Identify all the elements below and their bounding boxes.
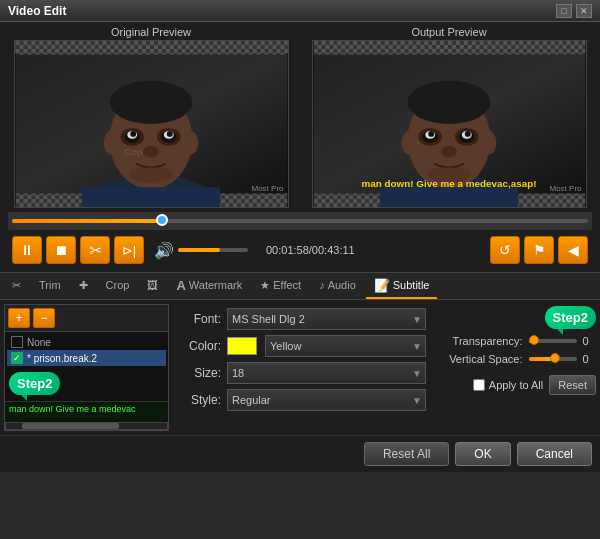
step2-list-badge: Step2	[9, 372, 60, 395]
subtitle-scrollthumb[interactable]	[22, 423, 119, 429]
window-controls: □ ✕	[556, 4, 592, 18]
subtitle-preview-strip: man down! Give me a medevac	[5, 401, 168, 421]
stop-button[interactable]: ⏹	[46, 236, 76, 264]
svg-rect-25	[81, 187, 219, 207]
vertical-space-slider[interactable]	[529, 357, 577, 361]
step2-list-area: Step2	[5, 368, 168, 399]
tab-effect[interactable]: ★ Effect	[252, 275, 309, 298]
output-video: man down! Give me a medevac,asap! Most P…	[312, 40, 587, 208]
main-content: Original Preview	[0, 22, 600, 272]
svg-text:man down! Give me a medevac,as: man down! Give me a medevac,asap!	[361, 178, 536, 189]
original-watermark: Most Pro	[251, 184, 283, 193]
trim-label: Trim	[39, 279, 61, 291]
color-select[interactable]: Yellow	[265, 335, 426, 357]
window-title: Video Edit	[8, 4, 66, 18]
vertical-space-row: Vertical Space: 0	[436, 353, 596, 365]
preview-row: Original Preview	[4, 26, 596, 208]
subtitle-prison-label: * prison.break.2	[27, 353, 97, 364]
subtitle-scrollbar[interactable]	[5, 422, 168, 430]
subtitle-none-label: None	[27, 337, 51, 348]
font-row: Font: MS Shell Dlg 2 ▼	[179, 308, 426, 330]
output-preview-label: Output Preview	[411, 26, 486, 38]
svg-point-51	[464, 131, 470, 137]
svg-point-19	[143, 146, 159, 158]
svg-point-14	[182, 131, 198, 155]
cut-icon: ✂	[12, 279, 21, 292]
svg-point-20	[129, 166, 172, 182]
reset-button[interactable]: Reset	[549, 375, 596, 395]
apply-to-all-checkbox[interactable]	[473, 379, 485, 391]
watermark-a-icon: A	[176, 278, 185, 293]
vertical-space-thumb[interactable]	[550, 353, 560, 363]
vertical-space-fill	[529, 357, 553, 361]
subtitle-item-prison-break[interactable]: ✓ * prison.break.2	[7, 350, 166, 366]
ok-button[interactable]: OK	[455, 442, 510, 466]
back-button[interactable]: ◀	[558, 236, 588, 264]
timeline[interactable]	[8, 212, 592, 230]
transparency-value: 0	[583, 335, 596, 347]
remove-subtitle-button[interactable]: −	[33, 308, 55, 328]
tab-watermark[interactable]: A Watermark	[168, 274, 250, 299]
star-icon: ★	[260, 279, 270, 292]
color-swatch[interactable]	[227, 337, 257, 355]
original-video: Cop Most Pro	[14, 40, 289, 208]
timeline-thumb[interactable]	[156, 214, 168, 226]
add-subtitle-button[interactable]: +	[8, 308, 30, 328]
original-preview-label: Original Preview	[111, 26, 191, 38]
tab-image[interactable]: 🖼	[139, 275, 166, 297]
original-video-frame: Cop	[15, 41, 288, 207]
close-button[interactable]: ✕	[576, 4, 592, 18]
tab-crop[interactable]: Crop	[98, 275, 138, 297]
subtitle-item-none[interactable]: None	[7, 334, 166, 350]
output-preview-panel: Output Preview	[302, 26, 596, 208]
svg-point-40	[401, 131, 417, 155]
image-icon: 🖼	[147, 279, 158, 291]
apply-row: Apply to All Reset	[436, 375, 596, 395]
transparency-thumb[interactable]	[529, 335, 539, 345]
svg-point-39	[407, 81, 490, 124]
tab-audio[interactable]: ♪ Audio	[311, 275, 364, 297]
trim-button[interactable]: ⊳|	[114, 236, 144, 264]
style-select[interactable]: Regular	[227, 389, 426, 411]
reset-all-button[interactable]: Reset All	[364, 442, 449, 466]
svg-rect-52	[379, 187, 517, 207]
subtitle-check-prison[interactable]: ✓	[11, 352, 23, 364]
transparency-slider[interactable]	[529, 339, 577, 343]
color-row: Color: Yellow ▼	[179, 335, 426, 357]
minimize-button[interactable]: □	[556, 4, 572, 18]
font-select-wrapper: MS Shell Dlg 2 ▼	[227, 308, 426, 330]
volume-icon: 🔊	[154, 241, 174, 260]
tab-plus[interactable]: ✚	[71, 275, 96, 298]
marker-button[interactable]: ⚑	[524, 236, 554, 264]
transparency-label: Transparency:	[436, 335, 523, 347]
size-select-wrapper: 18 ▼	[227, 362, 426, 384]
play-pause-button[interactable]: ⏸	[12, 236, 42, 264]
volume-slider[interactable]	[178, 248, 248, 252]
subtitle-list: + − None ✓ * prison.break.2 Step2 man do…	[4, 304, 169, 431]
loop-button[interactable]: ↺	[490, 236, 520, 264]
watermark-label: Watermark	[189, 279, 242, 291]
vertical-space-label: Vertical Space:	[436, 353, 523, 365]
tab-cut[interactable]: ✂	[4, 275, 29, 298]
size-label: Size:	[179, 366, 221, 380]
apply-to-all-text: Apply to All	[489, 379, 543, 391]
timeline-track[interactable]	[12, 219, 588, 223]
tab-trim[interactable]: Trim	[31, 275, 69, 297]
subtitle-check-none[interactable]	[11, 336, 23, 348]
svg-point-50	[428, 131, 434, 137]
volume-area: 🔊	[154, 241, 248, 260]
svg-point-12	[109, 81, 192, 124]
svg-point-41	[480, 131, 496, 155]
cancel-button[interactable]: Cancel	[517, 442, 592, 466]
svg-point-13	[103, 131, 119, 155]
font-select[interactable]: MS Shell Dlg 2	[227, 308, 426, 330]
right-settings: Step2 Transparency: 0 Vertical Space: 0 …	[436, 304, 596, 431]
timeline-progress	[12, 219, 162, 223]
style-row: Style: Regular ▼	[179, 389, 426, 411]
color-select-wrapper: Yellow ▼	[265, 335, 426, 357]
vertical-space-value: 0	[583, 353, 596, 365]
size-select[interactable]: 18	[227, 362, 426, 384]
cut-button[interactable]: ✂	[80, 236, 110, 264]
tab-subtitle[interactable]: 📝 Subtitle	[366, 274, 438, 299]
step2-right-area: Step2	[436, 306, 596, 329]
